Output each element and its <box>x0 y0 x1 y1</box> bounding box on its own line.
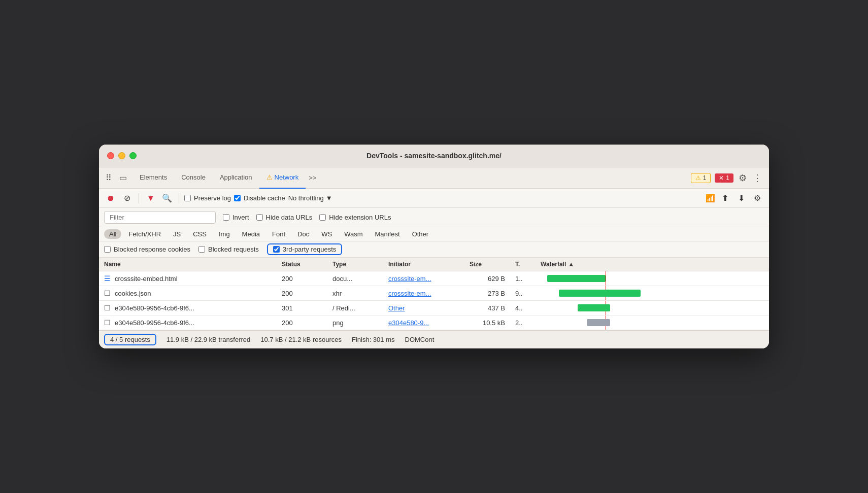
cell-type: png <box>327 317 383 329</box>
invert-option[interactable]: Invert <box>223 214 249 221</box>
header-waterfall[interactable]: Waterfall ▲ <box>536 261 769 268</box>
table-row[interactable]: ☐ cookies.json 200 xhr crosssite-em... 2… <box>99 286 769 301</box>
hide-extension-urls-checkbox[interactable] <box>319 214 326 221</box>
type-filter-manifest[interactable]: Manifest <box>370 229 405 239</box>
invert-checkbox[interactable] <box>223 214 229 221</box>
type-filter-css[interactable]: CSS <box>188 229 212 239</box>
cell-status: 200 <box>277 273 327 285</box>
toolbar-divider-1 <box>139 193 139 203</box>
filter-row: Invert Hide data URLs Hide extension URL… <box>99 208 769 227</box>
cell-status: 200 <box>277 317 327 329</box>
maximize-button[interactable] <box>129 152 137 159</box>
status-bar: 4 / 5 requests 11.9 kB / 22.9 kB transfe… <box>99 330 769 348</box>
transferred-stat: 11.9 kB / 22.9 kB transferred <box>166 336 250 343</box>
hide-data-urls-checkbox[interactable] <box>256 214 263 221</box>
request-count: 4 / 5 requests <box>104 334 156 345</box>
throttle-dropdown[interactable]: No throttling ▼ <box>288 194 332 202</box>
more-options-icon[interactable]: ⋮ <box>753 172 762 184</box>
type-filter-doc[interactable]: Doc <box>292 229 314 239</box>
header-type[interactable]: Type <box>327 261 383 268</box>
cell-initiator[interactable]: crosssite-em... <box>383 288 464 299</box>
domcont-stat: DOMCont <box>405 336 435 343</box>
minimize-button[interactable] <box>118 152 125 159</box>
type-filter-media[interactable]: Media <box>237 229 265 239</box>
hide-extension-urls-option[interactable]: Hide extension URLs <box>319 214 391 221</box>
stop-recording-button[interactable]: ⏺ <box>104 192 117 205</box>
table-row[interactable]: ☐ e304e580-9956-4cb6-9f6... 200 png e304… <box>99 315 769 330</box>
cell-initiator[interactable]: e304e580-9... <box>383 317 464 329</box>
blocked-response-checkbox[interactable] <box>104 246 111 253</box>
wifi-icon[interactable]: 📶 <box>706 194 715 203</box>
toolbar-row: ⏺ ⊘ ▼ 🔍 Preserve log Disable cache No th… <box>99 189 769 208</box>
cell-initiator[interactable]: crosssite-em... <box>383 273 464 285</box>
header-name[interactable]: Name <box>99 261 277 268</box>
inspector-icon[interactable]: ⠿ <box>103 172 114 184</box>
cell-time: 2.. <box>510 317 536 329</box>
third-party-option[interactable]: 3rd-party requests <box>267 243 343 255</box>
clear-button[interactable]: ⊘ <box>120 192 133 205</box>
cell-status: 200 <box>277 288 327 299</box>
type-filter-all[interactable]: All <box>104 229 121 239</box>
settings-icon-2[interactable]: ⚙ <box>751 192 764 205</box>
cell-name: ☰ crosssite-embed.html <box>99 272 277 285</box>
chevron-down-icon: ▼ <box>326 194 332 202</box>
close-button[interactable] <box>107 152 114 159</box>
error-badge[interactable]: ✕ 1 <box>715 173 733 183</box>
filter-input[interactable] <box>104 211 216 224</box>
cell-size: 629 B <box>464 273 510 285</box>
cell-type: docu... <box>327 273 383 285</box>
third-party-checkbox[interactable] <box>273 246 280 253</box>
doc-icon: ☰ <box>104 274 111 283</box>
tab-application[interactable]: Application <box>213 167 259 189</box>
upload-icon[interactable]: ⬆ <box>718 192 731 205</box>
cell-time: 4.. <box>510 302 536 314</box>
table-header: Name Status Type Initiator Size T. Water… <box>99 258 769 271</box>
cell-type: / Redi... <box>327 302 383 314</box>
header-initiator[interactable]: Initiator <box>383 261 464 268</box>
blocked-response-option[interactable]: Blocked response cookies <box>104 245 190 253</box>
device-icon[interactable]: ▭ <box>117 172 128 184</box>
download-icon[interactable]: ⬇ <box>735 192 748 205</box>
tab-network[interactable]: ⚠ Network <box>259 167 306 189</box>
table-row[interactable]: ☰ crosssite-embed.html 200 docu... cross… <box>99 271 769 286</box>
blocked-requests-checkbox[interactable] <box>198 246 205 253</box>
header-size[interactable]: Size <box>464 261 510 268</box>
resources-stat: 10.7 kB / 21.2 kB resources <box>260 336 342 343</box>
table-body: ☰ crosssite-embed.html 200 docu... cross… <box>99 271 769 330</box>
filter-options: Invert Hide data URLs Hide extension URL… <box>223 214 391 221</box>
cell-size: 10.5 kB <box>464 317 510 329</box>
type-filter-img[interactable]: Img <box>214 229 235 239</box>
filter-icon[interactable]: ▼ <box>144 192 157 205</box>
cell-waterfall <box>536 315 769 330</box>
type-filter-wasm[interactable]: Wasm <box>339 229 368 239</box>
search-icon[interactable]: 🔍 <box>160 192 174 205</box>
waterfall-red-line <box>606 271 606 286</box>
header-time[interactable]: T. <box>510 261 536 268</box>
header-status[interactable]: Status <box>277 261 327 268</box>
type-filter-other[interactable]: Other <box>407 229 434 239</box>
tab-elements[interactable]: Elements <box>132 167 174 189</box>
table-row[interactable]: ☐ e304e580-9956-4cb6-9f6... 301 / Redi..… <box>99 301 769 315</box>
cell-waterfall <box>536 271 769 286</box>
preserve-log-label[interactable]: Preserve log <box>184 194 231 202</box>
tab-more[interactable]: >> <box>306 174 319 182</box>
blocked-requests-option[interactable]: Blocked requests <box>198 245 259 253</box>
type-filter-js[interactable]: JS <box>168 229 186 239</box>
preserve-log-checkbox[interactable] <box>184 195 191 201</box>
disable-cache-checkbox[interactable] <box>234 195 241 201</box>
hide-data-urls-option[interactable]: Hide data URLs <box>256 214 313 221</box>
tab-console[interactable]: Console <box>174 167 213 189</box>
type-filter-ws[interactable]: WS <box>316 229 337 239</box>
settings-icon[interactable]: ⚙ <box>739 172 747 184</box>
xhr-icon: ☐ <box>104 319 111 327</box>
finish-stat: Finish: 301 ms <box>352 336 395 343</box>
type-filter-font[interactable]: Font <box>267 229 290 239</box>
cell-initiator[interactable]: Other <box>383 302 464 314</box>
cell-time: 1.. <box>510 273 536 285</box>
type-filter-fetch-xhr[interactable]: Fetch/XHR <box>123 229 166 239</box>
cell-size: 437 B <box>464 302 510 314</box>
disable-cache-label[interactable]: Disable cache <box>234 194 285 202</box>
warning-badge[interactable]: ⚠ 1 <box>691 173 711 183</box>
waterfall-bar <box>578 304 610 311</box>
waterfall-bar <box>559 290 641 297</box>
